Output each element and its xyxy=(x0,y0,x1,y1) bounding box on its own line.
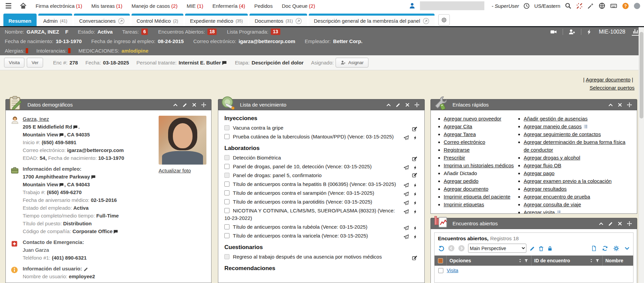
compose-order-icon[interactable] xyxy=(412,172,418,178)
collapse-icon[interactable] xyxy=(386,102,391,108)
send-order-icon[interactable] xyxy=(403,134,409,141)
link-agregar-flujo-ob[interactable]: Agregar flujo OB xyxy=(524,163,561,168)
quick-order-lightning-icon[interactable] xyxy=(413,134,418,141)
undo-icon[interactable] xyxy=(438,245,445,252)
close-panel-icon[interactable] xyxy=(618,221,622,227)
send-order-icon[interactable] xyxy=(403,181,409,189)
person-add-icon[interactable] xyxy=(568,28,576,35)
link-imprimir-etiquetas[interactable]: Imprimir etiquetas xyxy=(444,202,484,207)
tab-conversaciones[interactable]: Conversaciones xyxy=(74,14,130,26)
quick-order-lightning-icon[interactable] xyxy=(413,199,418,206)
link-correo-electronico[interactable]: Correo electrónico xyxy=(444,139,485,145)
export-document-icon[interactable] xyxy=(591,245,597,251)
medicaciones-value[interactable]: amlodipine xyxy=(122,48,148,54)
tab-documentos[interactable]: Documentos(31) xyxy=(249,14,307,26)
ver-button[interactable]: Ver xyxy=(27,58,43,68)
work-city-comment-bubble-icon[interactable] xyxy=(59,182,64,187)
bar-chart-icon[interactable] xyxy=(632,28,639,36)
wand-icon[interactable] xyxy=(587,2,594,9)
link-imprimir-etiqueta-paciente[interactable]: Imprimir etiqueta del paciente xyxy=(444,194,510,200)
send-order-icon[interactable] xyxy=(403,164,409,171)
move-panel-icon[interactable] xyxy=(627,102,632,108)
link-anadir-dictado[interactable]: Añadir Dictado xyxy=(444,170,477,176)
quick-order-lightning-icon[interactable] xyxy=(413,208,418,215)
edit-perspective-icon[interactable] xyxy=(529,245,535,251)
move-panel-icon[interactable] xyxy=(627,221,632,227)
lista-programada-badge[interactable]: 13 xyxy=(271,29,280,35)
chevron-down-icon[interactable] xyxy=(624,245,630,251)
menu-mis-tareas[interactable]: Mis tareas(1) xyxy=(91,3,122,9)
item-checkbox[interactable] xyxy=(224,199,229,204)
broken-link-icon[interactable] xyxy=(576,2,583,10)
link-agregar-examen-previo[interactable]: Agregar examen previo a la colocación xyxy=(524,178,611,184)
link-agregar-manejo-casos[interactable]: Agregar manejo de casos xyxy=(524,124,582,129)
collapse-icon[interactable] xyxy=(608,102,613,108)
link-agregar-encuentro-prueba[interactable]: Agregar encuentro de prueba xyxy=(524,194,590,200)
link-agregar-seguimiento-contactos[interactable]: Agregar seguimiento de contactos xyxy=(524,131,601,137)
compose-order-icon[interactable] xyxy=(412,125,418,132)
perspective-select[interactable]: Main Perspective xyxy=(468,244,526,253)
quick-order-lightning-icon[interactable] xyxy=(413,224,418,231)
quick-order-lightning-icon[interactable] xyxy=(413,164,418,171)
menu-enfermeria[interactable]: Enfermería(4) xyxy=(213,3,245,9)
compania-comment-bubble-icon[interactable] xyxy=(113,228,118,234)
scrollbar-thumb[interactable] xyxy=(640,32,643,118)
send-order-icon[interactable] xyxy=(403,224,409,231)
move-panel-icon[interactable] xyxy=(201,102,206,108)
menu-pedidos[interactable]: Pedidos xyxy=(254,3,273,9)
item-checkbox[interactable] xyxy=(224,208,229,213)
edit-user-info-icon[interactable] xyxy=(83,266,88,271)
actualizar-foto-link[interactable]: Actualizar foto xyxy=(159,167,206,174)
search-icon[interactable] xyxy=(565,2,571,9)
link-agregar-documento[interactable]: Agregar documento xyxy=(444,186,488,192)
menu-icon[interactable] xyxy=(5,2,12,10)
video-camera-icon[interactable] xyxy=(549,28,558,35)
delete-perspective-icon[interactable] xyxy=(538,245,544,251)
select-all-checkbox[interactable] xyxy=(438,258,443,263)
visita-button[interactable]: Visita xyxy=(4,58,24,68)
sort-icon[interactable] xyxy=(589,258,593,263)
link-agregar-resultados[interactable]: Agregar resultados xyxy=(524,186,567,192)
link-registrarse[interactable]: Registrarse xyxy=(444,147,470,153)
item-checkbox[interactable] xyxy=(224,134,229,139)
sort-icon[interactable] xyxy=(518,258,522,263)
link-agregar-nuevo-proveedor[interactable]: Agregar nuevo proveedor xyxy=(444,116,501,121)
work-address-comment-bubble-icon[interactable] xyxy=(91,174,96,180)
globe-icon[interactable] xyxy=(599,2,605,9)
external-link-icon[interactable] xyxy=(295,18,302,24)
edit-panel-icon[interactable] xyxy=(608,221,613,227)
edit-panel-icon[interactable] xyxy=(182,102,187,108)
tab-admin[interactable]: Admin(41) xyxy=(38,14,73,26)
column-header-nombre[interactable]: Nombre xyxy=(603,256,633,266)
item-checkbox[interactable] xyxy=(224,182,229,187)
provider-comment-bubble-icon[interactable] xyxy=(222,60,227,66)
item-checkbox[interactable] xyxy=(224,190,229,195)
link-agregar-drogas-alcohol[interactable]: Agregar drogas y alcohol xyxy=(524,155,580,161)
item-checkbox[interactable] xyxy=(224,224,229,229)
external-link-icon[interactable] xyxy=(118,18,125,24)
row-visita-link[interactable]: Visita xyxy=(447,268,458,273)
lock-perspective-icon[interactable] xyxy=(547,245,553,251)
lightning-icon[interactable] xyxy=(586,28,592,35)
tab-descripcion-membresia-panel[interactable]: Descripción general de la membresía del … xyxy=(309,14,435,26)
menu-mie[interactable]: MIE(1) xyxy=(187,3,203,9)
link-anadir-gestion-ausencias[interactable]: Añadir gestión de ausencias xyxy=(524,116,587,121)
refresh-icon[interactable] xyxy=(602,245,608,251)
quick-order-lightning-icon[interactable] xyxy=(413,181,418,189)
send-order-icon[interactable] xyxy=(403,208,409,215)
patient-name-link[interactable]: Garza, Inez xyxy=(23,116,49,122)
quick-order-lightning-icon[interactable] xyxy=(413,233,418,240)
send-order-icon[interactable] xyxy=(403,190,409,197)
help-icon[interactable] xyxy=(622,2,629,10)
close-panel-icon[interactable] xyxy=(192,102,197,108)
column-header-opciones[interactable]: Opciones xyxy=(447,256,531,266)
encuentros-abiertos-badge[interactable]: 18 xyxy=(207,29,217,35)
collapse-icon[interactable] xyxy=(173,102,178,108)
tab-settings-gear-button[interactable] xyxy=(438,14,450,25)
close-panel-icon[interactable] xyxy=(405,102,410,108)
vertical-scrollbar[interactable] xyxy=(639,27,644,283)
tab-resumen[interactable]: Resumen xyxy=(3,14,37,26)
external-link-icon[interactable] xyxy=(423,18,429,24)
keyboard-icon[interactable] xyxy=(610,2,618,9)
home-icon[interactable] xyxy=(20,2,27,10)
